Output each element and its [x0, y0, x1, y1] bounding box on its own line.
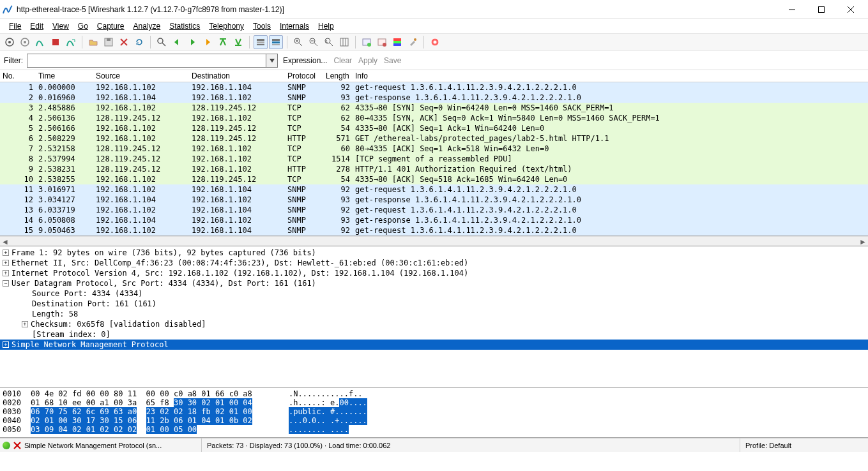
- menu-help[interactable]: Help: [314, 20, 338, 32]
- packet-row[interactable]: 10.000000192.168.1.102192.168.1.104SNMP9…: [0, 82, 868, 93]
- menu-file[interactable]: File: [5, 20, 25, 32]
- col-prot[interactable]: Protocol: [285, 70, 323, 82]
- minimize-button[interactable]: [777, 0, 807, 19]
- tb-go-forward-icon[interactable]: [185, 35, 199, 49]
- packet-row[interactable]: 113.016971192.168.1.102192.168.1.104SNMP…: [0, 184, 868, 195]
- detail-line[interactable]: Length: 58: [0, 309, 868, 319]
- detail-line[interactable]: Frame 1: 92 bytes on wire (736 bits), 92…: [0, 248, 868, 258]
- expand-icon[interactable]: [3, 250, 9, 256]
- menu-tools[interactable]: Tools: [249, 20, 275, 32]
- expand-icon[interactable]: [3, 260, 9, 266]
- tb-reload-icon[interactable]: [132, 35, 146, 49]
- packet-detail-pane[interactable]: Frame 1: 92 bytes on wire (736 bits), 92…: [0, 246, 868, 388]
- packet-row[interactable]: 62.508229192.168.1.102128.119.245.12HTTP…: [0, 133, 868, 144]
- tb-capture-filters-icon[interactable]: [360, 35, 374, 49]
- col-time[interactable]: Time: [36, 70, 93, 82]
- tb-zoom-100-icon[interactable]: 1: [322, 35, 336, 49]
- hex-row[interactable]: 003006 70 75 62 6c 69 63 a0 23 02 02 18 …: [3, 407, 865, 416]
- expand-icon[interactable]: [22, 321, 28, 327]
- tb-autoscroll-icon[interactable]: [269, 35, 283, 49]
- packet-row[interactable]: 52.506166192.168.1.102128.119.245.12TCP5…: [0, 123, 868, 133]
- packet-row[interactable]: 32.485886192.168.1.102128.119.245.12TCP6…: [0, 103, 868, 113]
- expand-icon[interactable]: [3, 270, 9, 276]
- hex-row[interactable]: 001000 4e 02 fd 00 00 80 11 00 00 c0 a8 …: [3, 389, 865, 398]
- tb-coloring-rules-icon[interactable]: [390, 35, 404, 49]
- packet-row[interactable]: 159.050463192.168.1.102192.168.1.104SNMP…: [0, 225, 868, 236]
- collapse-icon[interactable]: [3, 280, 9, 287]
- tb-colorize-icon[interactable]: [254, 35, 268, 49]
- tb-display-filters-icon[interactable]: [375, 35, 389, 49]
- tb-go-last-icon[interactable]: [231, 35, 245, 49]
- expand-icon[interactable]: [3, 341, 9, 348]
- tb-options-icon[interactable]: [18, 35, 32, 49]
- detail-line[interactable]: Internet Protocol Version 4, Src: 192.16…: [0, 268, 868, 278]
- stop-load-icon[interactable]: [13, 441, 22, 450]
- tb-start-icon[interactable]: [33, 35, 47, 49]
- col-dst[interactable]: Destination: [189, 70, 285, 82]
- expert-info-icon[interactable]: [3, 442, 10, 449]
- packet-list-hscrollbar[interactable]: ◄ ►: [0, 236, 868, 246]
- detail-line[interactable]: Source Port: 4334 (4334): [0, 288, 868, 299]
- tb-help-icon[interactable]: [428, 35, 442, 49]
- tb-zoom-out-icon[interactable]: [307, 35, 321, 49]
- packet-row[interactable]: 123.034127192.168.1.104192.168.1.102SNMP…: [0, 195, 868, 205]
- packet-row[interactable]: 42.506136128.119.245.12192.168.1.102TCP6…: [0, 113, 868, 123]
- tb-prefs-icon[interactable]: [406, 35, 420, 49]
- close-button[interactable]: [836, 0, 865, 19]
- status-profile[interactable]: Profile: Default: [745, 442, 791, 449]
- svg-rect-17: [257, 39, 264, 41]
- col-len[interactable]: Length: [323, 70, 353, 82]
- tb-find-icon[interactable]: [155, 35, 169, 49]
- menu-analyze[interactable]: Analyze: [130, 20, 165, 32]
- filter-expression-button[interactable]: Expression...: [282, 56, 328, 65]
- filter-apply-button[interactable]: Apply: [357, 56, 379, 65]
- packet-row[interactable]: 146.050808192.168.1.104192.168.1.102SNMP…: [0, 215, 868, 225]
- tb-save-icon[interactable]: [102, 35, 116, 49]
- menu-view[interactable]: View: [49, 20, 73, 32]
- menu-edit[interactable]: Edit: [26, 20, 47, 32]
- tb-go-first-icon[interactable]: [216, 35, 230, 49]
- packet-row[interactable]: 102.538255192.168.1.102128.119.245.12TCP…: [0, 174, 868, 184]
- hex-row[interactable]: 002001 68 10 ee 00 a1 00 3a 65 f8 30 30 …: [3, 398, 865, 407]
- tb-go-back-icon[interactable]: [170, 35, 184, 49]
- detail-line[interactable]: Simple Network Management Protocol: [0, 340, 868, 350]
- detail-line[interactable]: Destination Port: 161 (161): [0, 299, 868, 309]
- col-src[interactable]: Source: [93, 70, 189, 82]
- scroll-right-icon[interactable]: ►: [858, 237, 868, 247]
- col-no[interactable]: No.: [0, 70, 36, 82]
- tb-zoom-in-icon[interactable]: [291, 35, 305, 49]
- filter-clear-button[interactable]: Clear: [332, 56, 353, 65]
- menu-go[interactable]: Go: [74, 20, 92, 32]
- filter-input[interactable]: [27, 54, 266, 68]
- menu-internals[interactable]: Internals: [276, 20, 313, 32]
- filter-dropdown-icon[interactable]: [266, 54, 278, 68]
- scroll-left-icon[interactable]: ◄: [0, 237, 10, 247]
- tb-stop-icon[interactable]: [49, 35, 63, 49]
- tb-interfaces-icon[interactable]: [3, 35, 17, 49]
- menu-capture[interactable]: Capture: [93, 20, 128, 32]
- tb-open-icon[interactable]: [86, 35, 100, 49]
- filter-save-button[interactable]: Save: [383, 56, 402, 65]
- tb-restart-icon[interactable]: [64, 35, 78, 49]
- packet-list-pane[interactable]: No. Time Source Destination Protocol Len…: [0, 70, 868, 236]
- col-info[interactable]: Info: [353, 70, 868, 82]
- packet-row[interactable]: 20.016960192.168.1.104192.168.1.102SNMP9…: [0, 93, 868, 103]
- detail-line[interactable]: User Datagram Protocol, Src Port: 4334 (…: [0, 278, 868, 288]
- detail-line[interactable]: Ethernet II, Src: DellComp_4f:36:23 (00:…: [0, 258, 868, 268]
- tb-go-to-icon[interactable]: [201, 35, 215, 49]
- detail-line[interactable]: Checksum: 0x65f8 [validation disabled]: [0, 319, 868, 329]
- hex-row[interactable]: 004002 01 00 30 17 30 15 06 11 2b 06 01 …: [3, 416, 865, 425]
- packet-row[interactable]: 136.033719192.168.1.102192.168.1.104SNMP…: [0, 205, 868, 215]
- hex-row[interactable]: 005003 09 04 02 01 02 02 02 01 00 05 00.…: [3, 425, 865, 434]
- menu-telephony[interactable]: Telephony: [205, 20, 248, 32]
- tb-close-icon[interactable]: [117, 35, 131, 49]
- maximize-button[interactable]: [807, 0, 836, 19]
- menu-statistics[interactable]: Statistics: [165, 20, 204, 32]
- tb-resize-cols-icon[interactable]: [337, 35, 351, 49]
- packet-list-header[interactable]: No. Time Source Destination Protocol Len…: [0, 70, 868, 82]
- hex-dump-pane[interactable]: 001000 4e 02 fd 00 00 80 11 00 00 c0 a8 …: [0, 388, 868, 438]
- packet-row[interactable]: 82.537994128.119.245.12192.168.1.102TCP1…: [0, 154, 868, 164]
- detail-line[interactable]: [Stream index: 0]: [0, 329, 868, 340]
- packet-row[interactable]: 72.532158128.119.245.12192.168.1.102TCP6…: [0, 144, 868, 154]
- packet-row[interactable]: 92.538231128.119.245.12192.168.1.102HTTP…: [0, 164, 868, 174]
